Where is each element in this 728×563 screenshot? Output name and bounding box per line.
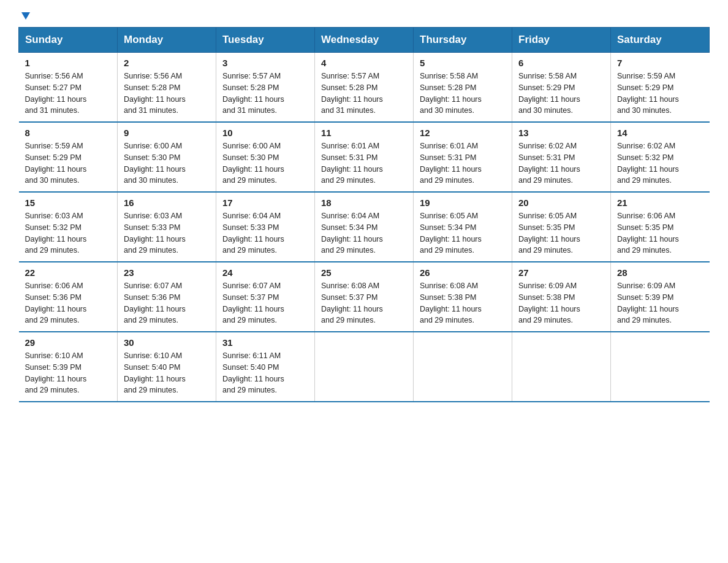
calendar-day-cell: 3 Sunrise: 5:57 AM Sunset: 5:28 PM Dayli… — [216, 53, 315, 123]
day-info: Sunrise: 6:05 AM Sunset: 5:34 PM Dayligh… — [420, 210, 506, 256]
day-number: 24 — [222, 267, 308, 278]
day-number: 8 — [25, 128, 112, 138]
day-info: Sunrise: 5:56 AM Sunset: 5:27 PM Dayligh… — [25, 71, 112, 117]
calendar-day-cell: 15 Sunrise: 6:03 AM Sunset: 5:32 PM Dayl… — [19, 192, 118, 262]
day-info: Sunrise: 6:11 AM Sunset: 5:40 PM Dayligh… — [222, 350, 308, 396]
day-number: 21 — [617, 197, 703, 208]
day-info: Sunrise: 6:08 AM Sunset: 5:37 PM Dayligh… — [321, 280, 407, 326]
day-info: Sunrise: 5:56 AM Sunset: 5:28 PM Dayligh… — [124, 71, 210, 117]
day-number: 30 — [124, 337, 210, 348]
day-info: Sunrise: 5:58 AM Sunset: 5:28 PM Dayligh… — [420, 71, 506, 117]
calendar-table: SundayMondayTuesdayWednesdayThursdayFrid… — [18, 27, 710, 402]
calendar-day-cell: 19 Sunrise: 6:05 AM Sunset: 5:34 PM Dayl… — [414, 192, 512, 262]
calendar-day-cell: 10 Sunrise: 6:00 AM Sunset: 5:30 PM Dayl… — [216, 122, 315, 192]
calendar-day-cell: 1 Sunrise: 5:56 AM Sunset: 5:27 PM Dayli… — [19, 53, 118, 123]
day-number: 28 — [617, 267, 703, 278]
calendar-day-cell: 20 Sunrise: 6:05 AM Sunset: 5:35 PM Dayl… — [512, 192, 611, 262]
day-number: 16 — [124, 197, 210, 208]
calendar-day-cell: 18 Sunrise: 6:04 AM Sunset: 5:34 PM Dayl… — [315, 192, 414, 262]
day-info: Sunrise: 5:57 AM Sunset: 5:28 PM Dayligh… — [321, 71, 407, 117]
logo — [18, 12, 31, 21]
day-info: Sunrise: 6:04 AM Sunset: 5:34 PM Dayligh… — [321, 210, 407, 256]
day-info: Sunrise: 6:05 AM Sunset: 5:35 PM Dayligh… — [518, 210, 604, 256]
day-number: 19 — [420, 197, 506, 208]
day-info: Sunrise: 6:04 AM Sunset: 5:33 PM Dayligh… — [222, 210, 308, 256]
calendar-day-cell: 31 Sunrise: 6:11 AM Sunset: 5:40 PM Dayl… — [216, 332, 315, 402]
day-number: 6 — [518, 58, 604, 68]
day-info: Sunrise: 5:58 AM Sunset: 5:29 PM Dayligh… — [518, 71, 604, 117]
day-of-week-header: Tuesday — [216, 28, 315, 53]
calendar-day-cell: 12 Sunrise: 6:01 AM Sunset: 5:31 PM Dayl… — [414, 122, 512, 192]
calendar-day-cell: 22 Sunrise: 6:06 AM Sunset: 5:36 PM Dayl… — [19, 262, 118, 332]
day-info: Sunrise: 6:00 AM Sunset: 5:30 PM Dayligh… — [124, 140, 210, 186]
day-number: 27 — [518, 267, 604, 278]
day-info: Sunrise: 5:57 AM Sunset: 5:28 PM Dayligh… — [222, 71, 308, 117]
day-info: Sunrise: 6:03 AM Sunset: 5:33 PM Dayligh… — [124, 210, 210, 256]
day-of-week-header: Wednesday — [315, 28, 414, 53]
day-number: 14 — [617, 128, 703, 138]
day-number: 20 — [518, 197, 604, 208]
day-info: Sunrise: 6:09 AM Sunset: 5:38 PM Dayligh… — [518, 280, 604, 326]
day-number: 23 — [124, 267, 210, 278]
day-number: 9 — [124, 128, 210, 138]
day-number: 25 — [321, 267, 407, 278]
calendar-day-cell: 26 Sunrise: 6:08 AM Sunset: 5:38 PM Dayl… — [414, 262, 512, 332]
day-number: 17 — [222, 197, 308, 208]
day-info: Sunrise: 6:08 AM Sunset: 5:38 PM Dayligh… — [420, 280, 506, 326]
day-number: 22 — [25, 267, 112, 278]
calendar-day-cell — [512, 332, 611, 402]
day-number: 2 — [124, 58, 210, 68]
page-header — [18, 12, 710, 21]
calendar-day-cell — [414, 332, 512, 402]
day-number: 13 — [518, 128, 604, 138]
calendar-day-cell: 2 Sunrise: 5:56 AM Sunset: 5:28 PM Dayli… — [118, 53, 216, 123]
calendar-day-cell: 28 Sunrise: 6:09 AM Sunset: 5:39 PM Dayl… — [611, 262, 710, 332]
calendar-week-row: 1 Sunrise: 5:56 AM Sunset: 5:27 PM Dayli… — [19, 53, 710, 123]
day-of-week-header: Thursday — [414, 28, 512, 53]
logo-triangle-icon — [20, 10, 31, 21]
day-number: 18 — [321, 197, 407, 208]
calendar-day-cell: 27 Sunrise: 6:09 AM Sunset: 5:38 PM Dayl… — [512, 262, 611, 332]
day-number: 29 — [25, 337, 112, 348]
day-info: Sunrise: 6:01 AM Sunset: 5:31 PM Dayligh… — [321, 140, 407, 186]
day-number: 26 — [420, 267, 506, 278]
day-info: Sunrise: 6:10 AM Sunset: 5:40 PM Dayligh… — [124, 350, 210, 396]
calendar-day-cell — [611, 332, 710, 402]
day-info: Sunrise: 6:06 AM Sunset: 5:35 PM Dayligh… — [617, 210, 703, 256]
calendar-header: SundayMondayTuesdayWednesdayThursdayFrid… — [19, 28, 710, 53]
calendar-day-cell: 29 Sunrise: 6:10 AM Sunset: 5:39 PM Dayl… — [19, 332, 118, 402]
day-info: Sunrise: 5:59 AM Sunset: 5:29 PM Dayligh… — [617, 71, 703, 117]
day-number: 7 — [617, 58, 703, 68]
day-info: Sunrise: 6:06 AM Sunset: 5:36 PM Dayligh… — [25, 280, 112, 326]
calendar-day-cell: 4 Sunrise: 5:57 AM Sunset: 5:28 PM Dayli… — [315, 53, 414, 123]
calendar-day-cell: 24 Sunrise: 6:07 AM Sunset: 5:37 PM Dayl… — [216, 262, 315, 332]
day-of-week-header: Saturday — [611, 28, 710, 53]
calendar-body: 1 Sunrise: 5:56 AM Sunset: 5:27 PM Dayli… — [19, 53, 710, 402]
day-info: Sunrise: 6:07 AM Sunset: 5:36 PM Dayligh… — [124, 280, 210, 326]
day-info: Sunrise: 6:01 AM Sunset: 5:31 PM Dayligh… — [420, 140, 506, 186]
calendar-week-row: 29 Sunrise: 6:10 AM Sunset: 5:39 PM Dayl… — [19, 332, 710, 402]
day-number: 1 — [25, 58, 112, 68]
calendar-day-cell: 17 Sunrise: 6:04 AM Sunset: 5:33 PM Dayl… — [216, 192, 315, 262]
day-info: Sunrise: 6:09 AM Sunset: 5:39 PM Dayligh… — [617, 280, 703, 326]
day-number: 10 — [222, 128, 308, 138]
svg-marker-0 — [21, 12, 30, 20]
day-number: 4 — [321, 58, 407, 68]
days-of-week-row: SundayMondayTuesdayWednesdayThursdayFrid… — [19, 28, 710, 53]
day-of-week-header: Friday — [512, 28, 611, 53]
day-number: 31 — [222, 337, 308, 348]
calendar-day-cell: 11 Sunrise: 6:01 AM Sunset: 5:31 PM Dayl… — [315, 122, 414, 192]
calendar-day-cell: 6 Sunrise: 5:58 AM Sunset: 5:29 PM Dayli… — [512, 53, 611, 123]
day-info: Sunrise: 6:00 AM Sunset: 5:30 PM Dayligh… — [222, 140, 308, 186]
calendar-week-row: 15 Sunrise: 6:03 AM Sunset: 5:32 PM Dayl… — [19, 192, 710, 262]
calendar-day-cell: 21 Sunrise: 6:06 AM Sunset: 5:35 PM Dayl… — [611, 192, 710, 262]
calendar-day-cell: 25 Sunrise: 6:08 AM Sunset: 5:37 PM Dayl… — [315, 262, 414, 332]
day-of-week-header: Sunday — [19, 28, 118, 53]
day-info: Sunrise: 6:03 AM Sunset: 5:32 PM Dayligh… — [25, 210, 112, 256]
day-number: 11 — [321, 128, 407, 138]
day-number: 15 — [25, 197, 112, 208]
day-number: 5 — [420, 58, 506, 68]
calendar-day-cell: 13 Sunrise: 6:02 AM Sunset: 5:31 PM Dayl… — [512, 122, 611, 192]
day-of-week-header: Monday — [118, 28, 216, 53]
calendar-week-row: 8 Sunrise: 5:59 AM Sunset: 5:29 PM Dayli… — [19, 122, 710, 192]
